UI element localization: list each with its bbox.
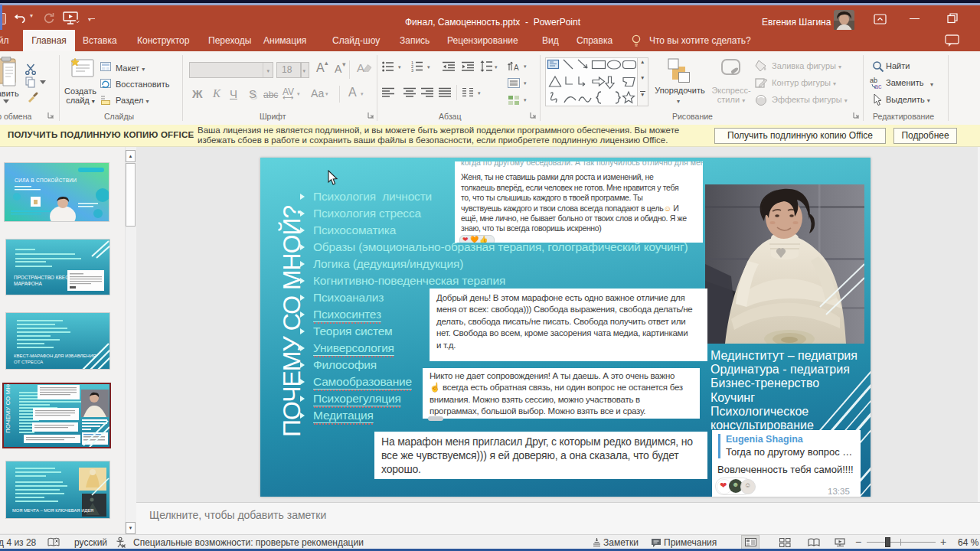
svg-text:КВЕСТ-МАРАФОН ДЛЯ ИЗБАВЛЕНИЯ: КВЕСТ-МАРАФОН ДЛЯ ИЗБАВЛЕНИЯ bbox=[14, 354, 96, 358]
svg-text:ПРОСТРАНСТВО КВЕСТА-: ПРОСТРАНСТВО КВЕСТА- bbox=[14, 275, 77, 280]
svg-text:3: 3 bbox=[411, 68, 413, 73]
svg-text:МАРАФОНА: МАРАФОНА bbox=[14, 281, 42, 286]
svg-text:А: А bbox=[514, 64, 519, 72]
svg-text:ОТ СТРЕССА: ОТ СТРЕССА bbox=[14, 360, 43, 364]
svg-text:ac: ac bbox=[874, 83, 882, 90]
svg-text:ПОЧЕМУ СО МНОЙ?: ПОЧЕМУ СО МНОЙ? bbox=[5, 384, 11, 433]
svg-text:СИЛА В СПОКОЙСТВИИ: СИЛА В СПОКОЙСТВИИ bbox=[15, 177, 77, 183]
svg-text:МОЯ МЕЧТА – МОЯ КЛЮЧЕВАЯ ИДЕЯ: МОЯ МЕЧТА – МОЯ КЛЮЧЕВАЯ ИДЕЯ bbox=[12, 508, 93, 513]
